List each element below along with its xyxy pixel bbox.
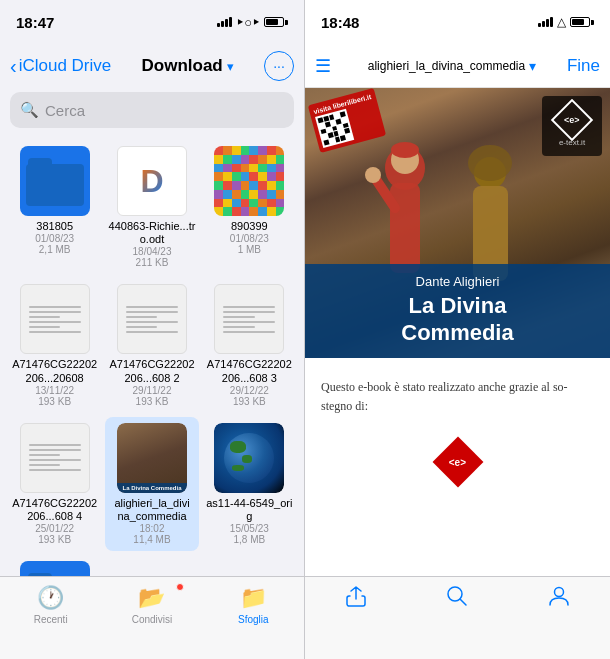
- cover-painting: visita liberiliberi.it <e> e-text.it: [305, 88, 610, 358]
- shared-folder-icon: 📂: [138, 585, 165, 611]
- nav-bar-left: ‹ iCloud Drive Download ▾ ···: [0, 44, 304, 88]
- browse-icon: 📁: [240, 585, 267, 611]
- document-icon: [117, 284, 187, 354]
- back-chevron-icon: ‹: [10, 55, 17, 78]
- image-icon: [214, 423, 284, 493]
- battery-icon-left: [264, 17, 288, 27]
- file-date: 18/04/23: [133, 246, 172, 257]
- list-item[interactable]: A71476CG22202206...608 2 29/11/22 193 KB: [105, 278, 198, 412]
- back-button[interactable]: ‹ iCloud Drive: [10, 55, 111, 78]
- file-name: 381805: [36, 220, 73, 233]
- file-date: 01/08/23: [35, 233, 74, 244]
- status-icons-right: △: [538, 15, 594, 29]
- signal-icon-left: [217, 17, 232, 27]
- tab-condivisi-label: Condivisi: [132, 614, 173, 625]
- list-item[interactable]: as11-44-6549_orig 15/05/23 1,8 MB: [203, 417, 296, 551]
- wifi-icon-left: ‣○‣: [236, 15, 260, 30]
- search-button[interactable]: [446, 585, 468, 607]
- etext-diamond-icon: <e>: [551, 99, 593, 141]
- book-author: Dante Alighieri: [317, 274, 598, 289]
- wifi-icon-right: △: [557, 15, 566, 29]
- search-bar[interactable]: 🔍 Cerca: [10, 92, 294, 128]
- file-size: 193 KB: [38, 396, 71, 407]
- file-name: A71476CG22202206...20608: [10, 358, 99, 384]
- document-icon: [20, 423, 90, 493]
- folder-title-chevron-icon[interactable]: ▾: [227, 59, 234, 74]
- list-item[interactable]: A71476CG22202206...20608 13/11/22 193 KB: [8, 278, 101, 412]
- right-panel: 18:48 △ ☰ alighieri_la_divina_commedia ▾…: [305, 0, 610, 659]
- file-size: 1,8 MB: [233, 534, 265, 545]
- list-item[interactable]: A71476CG22202206...608 4 25/01/22 193 KB: [8, 417, 101, 551]
- tab-recenti[interactable]: 🕐 Recenti: [21, 585, 81, 625]
- red-diamond-label: <e>: [449, 457, 466, 468]
- notification-badge: [176, 583, 184, 591]
- search-icon: 🔍: [20, 101, 39, 119]
- file-date: 18:02: [139, 523, 164, 534]
- folder-title: Download: [142, 56, 223, 76]
- odt-icon: D: [117, 146, 187, 216]
- document-title-area: alighieri_la_divina_commedia ▾: [337, 58, 567, 74]
- tab-sfoglia-label: Sfoglia: [238, 614, 269, 625]
- file-date: 01/08/23: [230, 233, 269, 244]
- file-date: 29/11/22: [133, 385, 172, 396]
- list-item[interactable]: D 440863-Richie...tro.odt 18/04/23 211 K…: [105, 140, 198, 274]
- book-body-text: Questo e-book è stato realizzato anche g…: [305, 358, 610, 436]
- file-size: 193 KB: [233, 396, 266, 407]
- tab-sfoglia[interactable]: 📁 Sfoglia: [223, 585, 283, 625]
- done-button[interactable]: Fine: [567, 56, 600, 76]
- time-right: 18:48: [321, 14, 359, 31]
- document-icon: [20, 284, 90, 354]
- list-icon[interactable]: ☰: [315, 55, 331, 77]
- file-size: 193 KB: [136, 396, 169, 407]
- svg-point-9: [468, 145, 512, 181]
- list-item[interactable]: A71476CG22202206...608 3 29/12/22 193 KB: [203, 278, 296, 412]
- red-etext-logo: <e>: [305, 436, 610, 488]
- mosaic-icon: [214, 146, 284, 216]
- etext-label: <e>: [564, 115, 580, 125]
- left-panel: 18:47 ‣○‣ ‹ iCloud Drive Download ▾ ·: [0, 0, 305, 659]
- status-bar-right: 18:48 △: [305, 0, 610, 44]
- file-size: 1 MB: [238, 244, 261, 255]
- file-name: A71476CG22202206...608 2: [107, 358, 196, 384]
- battery-icon-right: [570, 17, 594, 27]
- list-item[interactable]: [8, 555, 101, 576]
- nav-title-area: Download ▾: [115, 56, 260, 76]
- file-size: 2,1 MB: [39, 244, 71, 255]
- svg-point-12: [555, 588, 564, 597]
- nav-bar-right: ☰ alighieri_la_divina_commedia ▾ Fine: [305, 44, 610, 88]
- svg-rect-2: [390, 183, 420, 273]
- tab-bar-left: 🕐 Recenti 📂 Condivisi 📁 Sfoglia: [0, 576, 304, 659]
- file-name: A71476CG22202206...608 3: [205, 358, 294, 384]
- book-cover: visita liberiliberi.it <e> e-text.it: [305, 88, 610, 358]
- doc-title-chevron-icon[interactable]: ▾: [529, 58, 536, 74]
- qr-code: [315, 109, 354, 148]
- files-grid: 381805 01/08/23 2,1 MB D 440863-Richie..…: [0, 136, 304, 576]
- odt-letter: D: [140, 163, 163, 200]
- person-icon: [548, 585, 570, 607]
- tab-recenti-label: Recenti: [34, 614, 68, 625]
- red-diamond-icon: <e>: [432, 437, 483, 488]
- clock-icon: 🕐: [37, 585, 64, 611]
- status-bar-left: 18:47 ‣○‣: [0, 0, 304, 44]
- list-item[interactable]: 890399 01/08/23 1 MB: [203, 140, 296, 274]
- search-placeholder: Cerca: [45, 102, 85, 119]
- list-item[interactable]: 381805 01/08/23 2,1 MB: [8, 140, 101, 274]
- book-icon: La Divina Commedia: [117, 423, 187, 493]
- file-date: 15/05/23: [230, 523, 269, 534]
- file-date: 25/01/22: [35, 523, 74, 534]
- sfoglia-active-indicator: [0, 574, 304, 576]
- file-date: 29/12/22: [230, 385, 269, 396]
- list-item[interactable]: La Divina Commedia alighieri_la_divina_c…: [105, 417, 198, 551]
- tab-condivisi[interactable]: 📂 Condivisi: [122, 585, 182, 625]
- book-paragraph: Questo e-book è stato realizzato anche g…: [321, 378, 594, 416]
- file-size: 211 KB: [136, 257, 169, 268]
- time-left: 18:47: [16, 14, 54, 31]
- share-button[interactable]: [345, 585, 367, 607]
- file-name: as11-44-6549_orig: [205, 497, 294, 523]
- svg-point-4: [365, 167, 381, 183]
- share-icon: [345, 585, 367, 607]
- more-button[interactable]: ···: [264, 51, 294, 81]
- file-date: 13/11/22: [35, 385, 74, 396]
- status-icons-left: ‣○‣: [217, 15, 288, 30]
- person-button[interactable]: [548, 585, 570, 607]
